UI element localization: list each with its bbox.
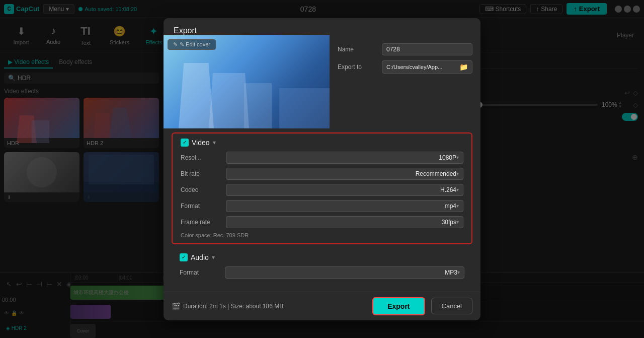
codec-row: Codec H.264 ▾ (181, 184, 463, 196)
bitrate-arrow: ▾ (456, 171, 459, 176)
codec-label: Codec (181, 186, 226, 193)
export-dialog-button[interactable]: Export (372, 297, 425, 315)
dialog-info: Name Export to C:/Users/cvalley/App... 📁 (330, 35, 480, 128)
video-section: ✓ Video ▾ Resol... 1080P ▾ Bit rate Reco… (172, 132, 472, 244)
format-row: Format mp4 ▾ (181, 200, 463, 212)
name-row: Name (338, 43, 472, 55)
edit-icon: ✎ (173, 41, 178, 48)
video-checkbox[interactable]: ✓ (181, 139, 189, 147)
bitrate-row: Bit rate Recommended ▾ (181, 168, 463, 180)
framerate-arrow: ▾ (456, 219, 459, 225)
bitrate-label: Bit rate (181, 170, 226, 177)
export-dialog-overlay: Export ✎ ✎ Edit cover (0, 0, 644, 338)
preview-image: ✎ ✎ Edit cover (164, 35, 330, 128)
audio-checkbox[interactable]: ✓ (180, 253, 188, 261)
video-section-title: Video (192, 139, 210, 147)
export-dialog: Export ✎ ✎ Edit cover (164, 18, 480, 320)
audio-format-arrow: ▾ (457, 269, 460, 275)
footer-info: 🎬 Duration: 2m 1s | Size: about 186 MB (172, 302, 366, 310)
audio-format-row: Format MP3 ▾ (180, 266, 464, 279)
audio-section-arrow[interactable]: ▾ (212, 254, 215, 261)
resolution-label: Resol... (181, 154, 226, 161)
dialog-footer: 🎬 Duration: 2m 1s | Size: about 186 MB E… (164, 292, 480, 320)
color-space: Color space: Rec. 709 SDR (181, 232, 463, 238)
format-select[interactable]: mp4 ▾ (226, 200, 463, 212)
framerate-select[interactable]: 30fps ▾ (226, 216, 463, 228)
cancel-dialog-button[interactable]: Cancel (431, 298, 472, 314)
audio-section-title: Audio (191, 253, 209, 261)
film-icon: 🎬 (172, 302, 180, 310)
format-label: Format (181, 202, 226, 210)
name-input[interactable] (382, 43, 472, 55)
format-arrow: ▾ (456, 203, 459, 209)
resolution-select[interactable]: 1080P ▾ (226, 152, 463, 164)
framerate-row: Frame rate 30fps ▾ (181, 216, 463, 228)
resolution-row: Resol... 1080P ▾ (181, 152, 463, 164)
audio-format-select[interactable]: MP3 ▾ (225, 266, 464, 279)
framerate-label: Frame rate (181, 219, 226, 226)
footer-duration-size: Duration: 2m 1s | Size: about 186 MB (183, 303, 283, 310)
export-path[interactable]: C:/Users/cvalley/App... 📁 (382, 60, 472, 74)
bitrate-select[interactable]: Recommended ▾ (226, 168, 463, 180)
video-section-arrow[interactable]: ▾ (213, 139, 216, 146)
export-to-label: Export to (338, 63, 378, 71)
audio-section: ✓ Audio ▾ Format MP3 ▾ (172, 248, 472, 288)
resolution-arrow: ▾ (456, 155, 459, 160)
name-label: Name (338, 46, 378, 53)
export-to-row: Export to C:/Users/cvalley/App... 📁 (338, 60, 472, 74)
audio-format-label: Format (180, 269, 225, 276)
dialog-header: Export (164, 18, 480, 35)
dialog-preview: ✎ ✎ Edit cover (164, 35, 330, 128)
dialog-body: ✎ ✎ Edit cover Name Export to C:/Users/c… (164, 35, 480, 128)
video-section-header: ✓ Video ▾ (181, 139, 463, 147)
dialog-title: Export (174, 26, 197, 35)
codec-arrow: ▾ (456, 187, 459, 192)
audio-section-header: ✓ Audio ▾ (180, 253, 464, 261)
folder-icon: 📁 (459, 63, 468, 71)
edit-cover-button[interactable]: ✎ ✎ Edit cover (168, 39, 216, 50)
codec-select[interactable]: H.264 ▾ (226, 184, 463, 196)
